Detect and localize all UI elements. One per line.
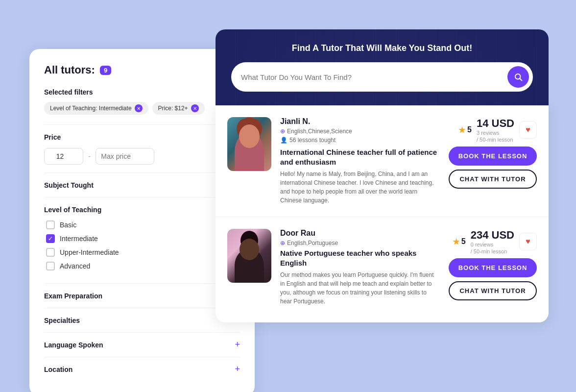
level-advanced-label: Advanced bbox=[60, 262, 90, 270]
tutor-2-price-block: 234 USD 0 reviews / 50-min lesson bbox=[471, 229, 514, 254]
language-label: Language Spoken bbox=[44, 341, 103, 349]
language-section[interactable]: Language Spoken + bbox=[44, 332, 240, 357]
level-advanced[interactable]: Advanced bbox=[44, 262, 240, 270]
filter-tag-level-remove[interactable]: ✕ bbox=[135, 104, 143, 112]
tutor-2-per-lesson: / 50-min lesson bbox=[471, 248, 507, 254]
search-headline: Find A Tutor That Will Make You Stand Ou… bbox=[231, 43, 533, 53]
tutor-2-rating-price: ★ 5 234 USD 0 reviews / 50-min lesson ♥ bbox=[449, 229, 537, 254]
tutor-1-rating-price: ★ 5 14 USD 3 reviews / 50-min lesson ♥ bbox=[449, 117, 537, 143]
tutor-count-badge: 9 bbox=[100, 66, 111, 75]
all-tutors-header: All tutors: 9 bbox=[44, 64, 240, 76]
level-basic-label: Basic bbox=[60, 221, 76, 229]
location-label: Location bbox=[44, 366, 72, 373]
tutor-1-reviews-per: 3 reviews / 50-min lesson bbox=[477, 130, 513, 143]
specialties-label: Specialties bbox=[44, 317, 80, 324]
filter-tag-price-text: Price: $12+ bbox=[158, 105, 188, 112]
subject-section[interactable]: Subject Tought + bbox=[44, 172, 240, 197]
search-header: Find A Tutor That Will Make You Stand Ou… bbox=[216, 29, 549, 105]
level-section: Level of Teaching − Basic Intermediate U… bbox=[44, 197, 240, 283]
level-upper-intermediate-checkbox[interactable] bbox=[46, 248, 55, 257]
level-intermediate[interactable]: Intermediate bbox=[44, 234, 240, 243]
filter-tag-price-remove[interactable]: ✕ bbox=[191, 104, 199, 112]
price-section: Price − - bbox=[44, 124, 240, 172]
tutor-1-avatar bbox=[227, 117, 271, 171]
tutor-card-2: Door Rau ⊕ English,Portuguese Native Por… bbox=[216, 217, 549, 318]
price-label: Price bbox=[44, 133, 61, 141]
star-icon-2: ★ bbox=[453, 237, 459, 246]
tutor-2-bio-title: Native Portuguese teacher who speaks Eng… bbox=[280, 248, 440, 268]
tutor-1-per-lesson: / 50-min lesson bbox=[477, 137, 513, 143]
tutor-1-price-block: 14 USD 3 reviews / 50-min lesson bbox=[477, 117, 514, 143]
price-header: Price − bbox=[44, 125, 240, 148]
filter-tag-level: Level of Teaching: Intermediate ✕ bbox=[44, 102, 148, 115]
tutor-2-price: 234 USD bbox=[471, 229, 514, 242]
tutor-2-actions: ★ 5 234 USD 0 reviews / 50-min lesson ♥ bbox=[449, 229, 537, 306]
price-min-input[interactable] bbox=[44, 148, 83, 165]
tutor-2-heart-button[interactable]: ♥ bbox=[519, 233, 537, 250]
tutor-1-bio-title: International Chinese teacher full of pa… bbox=[280, 147, 440, 167]
tutor-1-subjects: ⊕ English,Chinese,Science bbox=[280, 128, 440, 135]
tutor-1-info: Jianli N. ⊕ English,Chinese,Science 👤 56… bbox=[280, 117, 440, 205]
filter-tag-price: Price: $12+ ✕ bbox=[152, 102, 205, 115]
search-button[interactable] bbox=[507, 66, 529, 88]
tutor-1-actions: ★ 5 14 USD 3 reviews / 50-min lesson ♥ bbox=[449, 117, 537, 205]
tutor-2-name: Door Rau bbox=[280, 229, 440, 238]
tutor-1-chat-button[interactable]: CHAT WITH TUTOR bbox=[449, 170, 537, 189]
svg-point-0 bbox=[515, 74, 521, 79]
globe-icon-2: ⊕ bbox=[280, 240, 285, 246]
level-basic[interactable]: Basic bbox=[44, 220, 240, 229]
tutor-2-chat-button[interactable]: CHAT WITH TUTOR bbox=[449, 281, 537, 300]
selected-filters-label: Selected filters bbox=[44, 88, 93, 96]
tutor-1-name: Jianli N. bbox=[280, 117, 440, 126]
level-intermediate-checkbox[interactable] bbox=[46, 234, 55, 243]
search-input[interactable] bbox=[241, 73, 507, 81]
star-icon-1: ★ bbox=[458, 125, 465, 135]
tutor-2-book-button[interactable]: BOOK THE LESSON bbox=[449, 258, 537, 277]
search-icon bbox=[514, 73, 523, 81]
level-upper-intermediate[interactable]: Upper-Intermediate bbox=[44, 248, 240, 257]
language-expand-icon[interactable]: + bbox=[235, 340, 240, 350]
tutor-2-info: Door Rau ⊕ English,Portuguese Native Por… bbox=[280, 229, 440, 306]
subject-label: Subject Tought bbox=[44, 181, 94, 189]
level-header: Level of Teaching − bbox=[44, 197, 240, 220]
exam-label: Exam Preparation bbox=[44, 292, 102, 300]
tutors-list: Jianli N. ⊕ English,Chinese,Science 👤 56… bbox=[216, 105, 549, 322]
main-container: All tutors: 9 Selected filters Clear all… bbox=[0, 0, 576, 392]
level-label: Level of Teaching bbox=[44, 206, 101, 214]
tutor-1-price: 14 USD bbox=[477, 117, 514, 130]
search-bar bbox=[231, 62, 533, 92]
all-tutors-title: All tutors: bbox=[44, 64, 95, 76]
tutor-2-rating: ★ 5 bbox=[453, 237, 466, 246]
tutor-2-reviews-per: 0 reviews / 50-min lesson bbox=[471, 242, 507, 254]
price-dash: - bbox=[88, 152, 91, 161]
tutor-2-bio-text: Our method makes you learn Portuguese qu… bbox=[280, 270, 440, 306]
svg-line-1 bbox=[520, 79, 522, 81]
price-inputs: - bbox=[44, 148, 240, 165]
filter-tags: Level of Teaching: Intermediate ✕ Price:… bbox=[44, 102, 240, 115]
tutor-1-bio-text: Hello! My name is Maly, from Beijing, Ch… bbox=[280, 170, 440, 205]
person-icon-1: 👤 bbox=[280, 137, 288, 144]
tutor-1-reviews: 3 reviews bbox=[477, 130, 513, 136]
tutor-card-1: Jianli N. ⊕ English,Chinese,Science 👤 56… bbox=[216, 105, 549, 217]
filters-row: Selected filters Clear all bbox=[44, 88, 240, 96]
location-expand-icon[interactable]: + bbox=[235, 364, 240, 374]
exam-section[interactable]: Exam Preparation + bbox=[44, 283, 240, 308]
tutor-1-heart-button[interactable]: ♥ bbox=[519, 121, 537, 139]
tutor-1-book-button[interactable]: BOOK THE LESSON bbox=[449, 147, 537, 166]
filter-tag-level-text: Level of Teaching: Intermediate bbox=[50, 105, 132, 112]
level-upper-intermediate-label: Upper-Intermediate bbox=[60, 248, 119, 256]
globe-icon-1: ⊕ bbox=[280, 128, 285, 135]
location-section[interactable]: Location + bbox=[44, 357, 240, 381]
level-advanced-checkbox[interactable] bbox=[46, 262, 55, 270]
specialties-section[interactable]: Specialties + bbox=[44, 308, 240, 332]
tutor-2-avatar bbox=[227, 229, 271, 283]
tutor-2-subjects: ⊕ English,Portuguese bbox=[280, 240, 440, 246]
tutor-1-rating: ★ 5 bbox=[458, 125, 472, 135]
right-panel: Find A Tutor That Will Make You Stand Ou… bbox=[216, 29, 549, 322]
price-max-input[interactable] bbox=[96, 148, 154, 165]
tutor-1-lessons: 👤 56 lessons tought bbox=[280, 137, 440, 144]
level-intermediate-label: Intermediate bbox=[60, 235, 98, 243]
level-basic-checkbox[interactable] bbox=[46, 220, 55, 229]
tutor-2-reviews: 0 reviews bbox=[471, 242, 507, 247]
